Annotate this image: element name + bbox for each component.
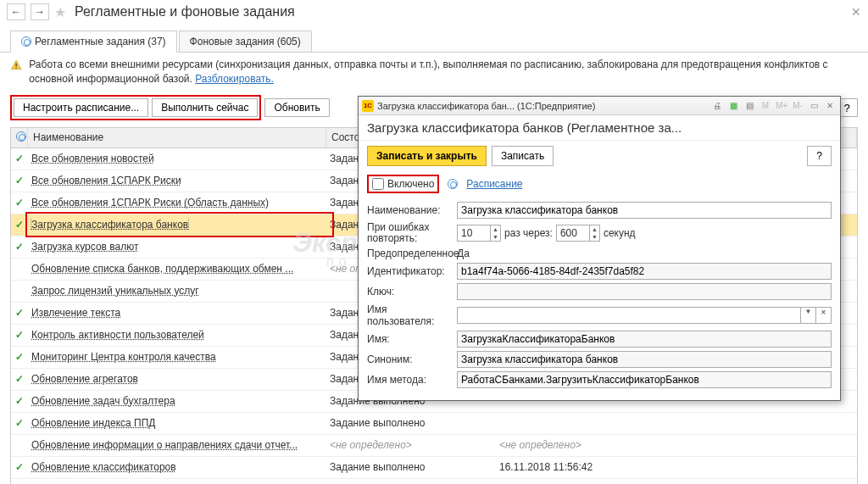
save-close-button[interactable]: Записать и закрыть <box>367 146 487 166</box>
job-name-link[interactable]: Извлечение текста <box>31 307 120 319</box>
job-name-link[interactable]: Обновление списка банков, поддерживающих… <box>31 263 293 275</box>
id-label: Идентификатор: <box>367 265 457 277</box>
svg-rect-1 <box>16 67 17 68</box>
method-input <box>457 371 832 388</box>
col-name[interactable]: Наименование <box>28 128 326 147</box>
key-label: Ключ: <box>367 286 457 298</box>
tab-scheduled-jobs[interactable]: Регламентные задания (37) <box>10 31 177 53</box>
configure-schedule-button[interactable]: Настроить расписание... <box>14 98 148 117</box>
job-name-link[interactable]: Мониторинг Центра контроля качества <box>31 351 216 363</box>
warning-text: Работа со всеми внешними ресурсами (синх… <box>29 58 858 86</box>
globe-icon <box>448 179 458 189</box>
title-bar: ← → ★ Регламентные и фоновые задания ✕ <box>0 0 868 24</box>
m-minus-icon[interactable]: M- <box>791 99 804 113</box>
m-plus-icon[interactable]: M+ <box>775 99 788 113</box>
calculator-icon[interactable]: ▤ <box>743 99 756 113</box>
retry-label: При ошибкахповторять: <box>367 222 457 244</box>
chevron-down-icon[interactable]: ▼ <box>800 308 815 323</box>
page-title: Регламентные и фоновые задания <box>75 4 295 19</box>
tabs-row: Регламентные задания (37) Фоновые задани… <box>0 24 868 53</box>
refresh-button[interactable]: Обновить <box>264 98 329 117</box>
check-icon: ✓ <box>15 219 24 231</box>
key-input <box>457 283 832 300</box>
spin-down-icon[interactable]: ▼ <box>491 233 500 241</box>
retry-interval-input[interactable]: 600▲▼ <box>556 225 600 242</box>
check-icon: ✓ <box>15 461 24 473</box>
spin-up-icon[interactable]: ▲ <box>590 225 599 233</box>
job-properties-dialog: 1C Загрузка классификатора бан... (1С:Пр… <box>358 96 841 401</box>
job-name-link[interactable]: Обновление классификаторов <box>31 461 176 473</box>
dialog-help-button[interactable]: ? <box>807 146 832 166</box>
warning-icon <box>10 58 22 73</box>
clear-icon[interactable]: × <box>816 307 832 324</box>
check-icon: ✓ <box>15 307 24 319</box>
tab-label: Регламентные задания (37) <box>35 36 166 47</box>
unlock-link[interactable]: Разблокировать. <box>195 73 274 85</box>
favorite-star-icon[interactable]: ★ <box>54 4 66 20</box>
check-icon: ✓ <box>15 329 24 341</box>
job-name-link[interactable]: Все обновления 1СПАРК Риски <box>31 175 181 186</box>
job-name-link[interactable]: Загрузка классификатора банков <box>31 219 188 231</box>
job-name-link[interactable]: Обновление информации о направлениях сда… <box>31 439 298 451</box>
check-icon: ✓ <box>15 241 24 253</box>
method-label: Имя метода: <box>367 374 457 386</box>
table-row[interactable]: ✓Обновление индекса ППДЗадание выполнено <box>11 413 857 435</box>
job-name-link[interactable]: Запрос лицензий уникальных услуг <box>31 285 199 297</box>
highlight-box: Настроить расписание... Выполнить сейчас <box>10 95 261 120</box>
globe-icon <box>21 36 31 47</box>
globe-icon <box>16 131 26 142</box>
enabled-label: Включено <box>387 178 434 190</box>
spin-down-icon[interactable]: ▼ <box>590 233 599 241</box>
enabled-checkbox[interactable] <box>372 178 384 190</box>
id-input <box>457 263 832 280</box>
close-icon[interactable]: ✕ <box>851 5 861 19</box>
job-name-link[interactable]: Обновление агрегатов <box>31 373 138 385</box>
syn-label: Синоним: <box>367 353 457 365</box>
check-icon: ✓ <box>15 417 24 429</box>
spin-up-icon[interactable]: ▲ <box>491 225 500 233</box>
check-icon: ✓ <box>15 373 24 385</box>
minimize-icon[interactable]: ▭ <box>807 99 821 113</box>
table-row[interactable]: Обновление информации о направлениях сда… <box>11 435 857 457</box>
job-name-link[interactable]: Контроль активности пользователей <box>31 329 204 341</box>
iname-input <box>457 331 832 348</box>
dialog-toolbar: Записать и закрыть Записать ? <box>359 141 840 171</box>
table-row[interactable]: ✓Обновление классификаторовЗадание выпол… <box>11 457 857 479</box>
syn-input <box>457 351 832 368</box>
tab-label: Фоновые задания (605) <box>190 36 301 47</box>
dialog-window-title: Загрузка классификатора бан... (1С:Предп… <box>377 101 707 111</box>
tab-background-jobs[interactable]: Фоновые задания (605) <box>179 31 312 52</box>
check-icon: ✓ <box>15 175 24 186</box>
job-name-link[interactable]: Обновление индекса ППД <box>31 417 155 429</box>
name-input[interactable] <box>457 202 832 219</box>
forward-button[interactable]: → <box>31 3 49 20</box>
run-now-button[interactable]: Выполнить сейчас <box>152 98 258 117</box>
retry-text: секунд <box>604 227 636 239</box>
dialog-form: Наименование: При ошибкахповторять: 10▲▼… <box>359 197 840 400</box>
job-name-link[interactable]: Обновление задач бухгалтера <box>31 395 175 407</box>
close-icon[interactable]: ✕ <box>823 99 837 113</box>
retry-text: раз через: <box>504 227 553 239</box>
schedule-link[interactable]: Расписание <box>466 178 522 190</box>
job-name-link[interactable]: Все обновления 1СПАРК Риски (Область дан… <box>31 197 269 209</box>
retry-count-input[interactable]: 10▲▼ <box>457 225 501 242</box>
back-button[interactable]: ← <box>7 3 25 20</box>
name-label: Наименование: <box>367 204 457 216</box>
check-icon: ✓ <box>15 395 24 407</box>
check-icon: ✓ <box>15 351 24 363</box>
m-mark-icon[interactable]: M <box>759 99 772 113</box>
check-icon: ✓ <box>15 153 24 164</box>
print-icon[interactable]: 🖨 <box>710 99 724 113</box>
predefined-value: Да <box>457 248 470 259</box>
app-logo-1c: 1C <box>362 100 374 112</box>
predefined-label: Предопределенное: <box>367 248 457 259</box>
warning-banner: Работа со всеми внешними ресурсами (синх… <box>0 53 868 92</box>
dialog-enable-row: Включено Расписание <box>359 171 840 197</box>
user-input[interactable] <box>458 308 800 323</box>
job-name-link[interactable]: Загрузка курсов валют <box>31 241 138 253</box>
save-button[interactable]: Записать <box>492 146 554 166</box>
job-name-link[interactable]: Все обновления новостей <box>31 153 154 164</box>
check-icon: ✓ <box>15 197 24 209</box>
calendar-icon[interactable]: ▦ <box>726 99 740 113</box>
user-label: Имя пользователя: <box>367 303 457 327</box>
